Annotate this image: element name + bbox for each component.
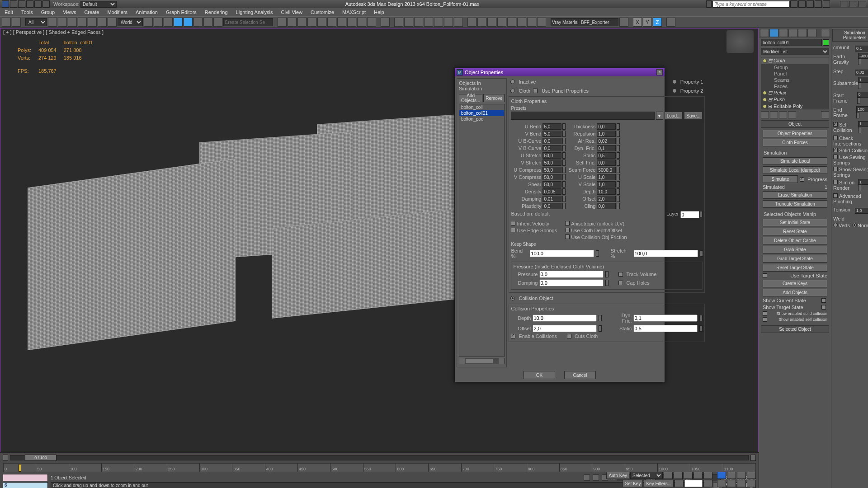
nav-zoomall-icon[interactable]: [727, 472, 736, 479]
cloth-depth-check[interactable]: [565, 228, 570, 232]
vray-c-icon[interactable]: [414, 18, 423, 27]
configure-icon[interactable]: [821, 111, 829, 118]
modstack-row[interactable]: ⊟ Editable Poly: [761, 103, 829, 110]
vray-d-icon[interactable]: [424, 18, 433, 27]
preset-input[interactable]: [511, 112, 654, 120]
spinner-icon[interactable]: [700, 250, 703, 257]
manip-icon[interactable]: [154, 18, 163, 27]
list-item[interactable]: bolton_coll01: [459, 110, 504, 116]
mirror-icon[interactable]: [278, 18, 287, 27]
vray-b-icon[interactable]: [404, 18, 413, 27]
truncate-simulation-button[interactable]: Truncate Simulation: [763, 200, 827, 208]
selected-object-head[interactable]: Selected Object: [761, 325, 829, 333]
show-target-check[interactable]: [821, 305, 826, 310]
nav-zoom-icon[interactable]: [717, 472, 726, 479]
nav-maximize-icon[interactable]: [747, 480, 756, 487]
spinner-icon[interactable]: [562, 123, 566, 130]
param-input[interactable]: [542, 152, 561, 159]
sim-on-render-input[interactable]: [858, 179, 868, 185]
simparam-input[interactable]: [858, 53, 868, 59]
property1-radio[interactable]: [672, 80, 677, 84]
spinner-icon[interactable]: [617, 167, 620, 173]
exchange-icon[interactable]: [807, 0, 814, 8]
layers-icon[interactable]: [297, 18, 307, 27]
delete-cache-button[interactable]: Delete Object Cache: [763, 237, 827, 244]
reset-state-button[interactable]: Reset State: [763, 228, 827, 235]
show-current-check[interactable]: [821, 298, 826, 303]
spinner-icon[interactable]: [605, 280, 609, 286]
spinner-icon[interactable]: [699, 315, 703, 321]
time-prev-icon[interactable]: [3, 455, 8, 461]
nav-pan-icon[interactable]: [717, 480, 726, 487]
viewport-label[interactable]: [ + ] [ Perspective ] [ Shaded + Edged F…: [3, 29, 104, 35]
menu-edit[interactable]: Edit: [5, 9, 13, 15]
simparam-input[interactable]: [855, 70, 868, 75]
viewcube[interactable]: [726, 30, 754, 53]
spinner-icon[interactable]: [617, 152, 620, 159]
param-input[interactable]: [597, 203, 616, 209]
script-f-icon[interactable]: [517, 18, 526, 27]
keyframe-marker[interactable]: [19, 464, 21, 472]
time-ruler[interactable]: 0501001502002503003504004505005506006507…: [3, 463, 756, 472]
menu-create[interactable]: Create: [84, 9, 99, 15]
spinner-icon[interactable]: [857, 98, 860, 104]
menu-tools[interactable]: Tools: [21, 9, 33, 15]
reset-target-state-button[interactable]: Reset Target State: [763, 264, 827, 272]
tab-create-icon[interactable]: [760, 29, 769, 37]
menu-group[interactable]: Group: [41, 9, 55, 15]
time-config-icon[interactable]: [703, 480, 712, 487]
align-icon[interactable]: [288, 18, 297, 27]
spinner-icon[interactable]: [605, 271, 609, 277]
spinner-icon[interactable]: [617, 181, 620, 188]
simparam-input[interactable]: [857, 92, 868, 98]
modstack-row[interactable]: ⊟ Cloth: [761, 57, 829, 64]
new-icon[interactable]: [10, 0, 17, 8]
snap-toggle-icon[interactable]: [174, 18, 183, 27]
cloth-forces-button[interactable]: Cloth Forces: [763, 139, 827, 146]
spinner-icon[interactable]: [617, 174, 620, 180]
tab-extra-icon[interactable]: [821, 29, 830, 37]
show-self-check[interactable]: [763, 317, 767, 322]
menu-views[interactable]: Views: [63, 9, 76, 15]
spinner-icon[interactable]: [617, 123, 620, 130]
spinner-icon[interactable]: [562, 131, 566, 137]
adv-pinching-check[interactable]: [833, 193, 838, 198]
menu-grapheditors[interactable]: Graph Editors: [166, 9, 197, 15]
menu-civilview[interactable]: Civil View: [281, 9, 302, 15]
param-input[interactable]: [597, 196, 616, 202]
script-a-icon[interactable]: [467, 18, 476, 27]
spinner-icon[interactable]: [562, 203, 566, 209]
save-button[interactable]: Save...: [684, 112, 703, 120]
param-input[interactable]: [542, 123, 561, 130]
schematic-icon[interactable]: [327, 18, 336, 27]
grab-target-state-button[interactable]: Grab Target State: [763, 255, 827, 263]
bulb-icon[interactable]: [763, 104, 767, 108]
ribbon-icon[interactable]: [307, 18, 316, 27]
list-item[interactable]: bolton_coll: [459, 104, 504, 110]
play-icon[interactable]: [684, 472, 693, 479]
help-icon[interactable]: [823, 0, 830, 8]
spinner-icon[interactable]: [617, 203, 620, 209]
axis-z-icon[interactable]: Z: [653, 18, 662, 27]
list-hscroll[interactable]: [459, 358, 505, 364]
next-frame-icon[interactable]: [693, 472, 703, 479]
key-filters-button[interactable]: Key Filters...: [644, 480, 674, 487]
ok-button[interactable]: OK: [524, 371, 555, 379]
time-slider-track[interactable]: 0 / 100: [10, 455, 749, 460]
add-objects-button-rollout[interactable]: Add Objects: [763, 289, 827, 296]
simparam-input[interactable]: [856, 106, 868, 112]
show-solid-check[interactable]: [763, 311, 767, 316]
lock-icon[interactable]: [584, 474, 590, 481]
app-menu-icon[interactable]: [2, 0, 9, 8]
simulate-button[interactable]: Simulate: [763, 175, 798, 183]
param-input[interactable]: [542, 160, 561, 166]
param-input[interactable]: [542, 138, 561, 144]
modstack-row[interactable]: Group: [761, 64, 829, 70]
collision-object-radio[interactable]: [510, 296, 515, 300]
nav-walk-icon[interactable]: [727, 480, 736, 487]
param-input[interactable]: [597, 174, 616, 180]
param-input[interactable]: [597, 131, 616, 137]
check-intersections-check[interactable]: [833, 136, 838, 140]
modstack-row[interactable]: Panel: [761, 70, 829, 77]
current-frame-input[interactable]: [684, 480, 703, 487]
